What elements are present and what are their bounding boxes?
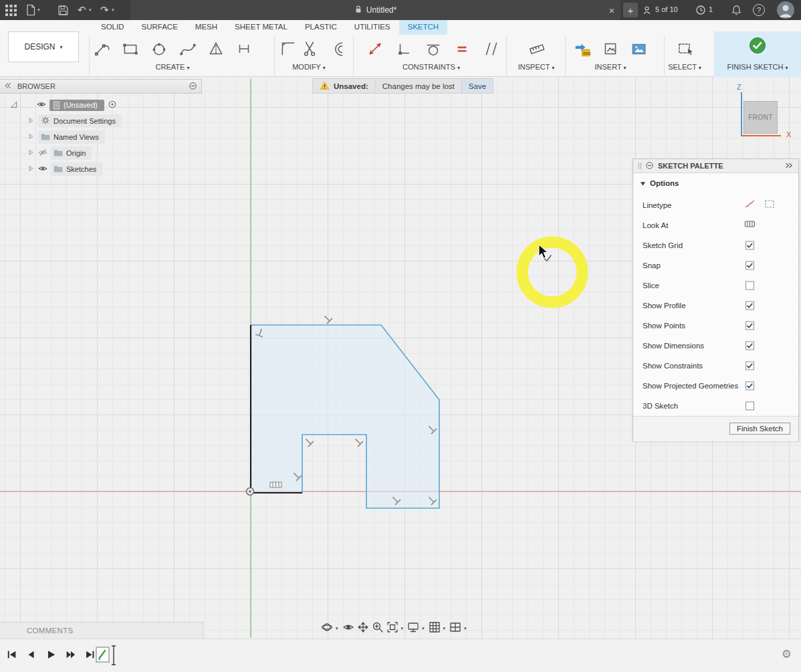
palette-expand-icon[interactable] [784,161,793,171]
viewports-icon[interactable] [449,621,461,636]
timeline-settings-gear-icon[interactable]: ⚙ [782,647,792,661]
tab-solid[interactable]: SOLID [92,20,133,35]
tab-surface[interactable]: SURFACE [133,20,187,35]
fit-view-icon[interactable] [386,621,398,636]
canvas-image-icon[interactable] [630,40,649,59]
grid-snaps-icon[interactable] [429,621,441,636]
sketch-grid-checkbox[interactable] [746,241,754,250]
snap-checkbox[interactable] [746,261,754,270]
show-profile-checkbox[interactable] [746,302,754,310]
tab-sheet-metal[interactable]: SHEET METAL [226,20,296,35]
visibility-off-eye-icon[interactable] [38,148,47,158]
spline-tool-icon[interactable] [179,40,198,59]
finish-sketch-button[interactable]: Finish Sketch [729,423,790,435]
options-section-header[interactable]: Options [640,179,679,187]
chevron-down-icon[interactable]: ▾ [401,626,404,631]
browser-minimize-icon[interactable] [189,82,197,92]
view-cube[interactable]: Z FRONT X [734,82,801,143]
pan-icon[interactable] [357,621,369,636]
3d-sketch-checkbox[interactable] [746,402,754,411]
close-tab-icon[interactable]: × [605,3,618,17]
tangent-constraint-icon[interactable] [425,40,443,59]
play-icon[interactable] [45,649,56,663]
chevron-down-icon[interactable]: ▾ [443,626,446,631]
comments-bar[interactable]: COMMENTS [0,622,203,639]
look-at-icon[interactable] [744,219,756,231]
redo-chevron-icon[interactable]: ▾ [112,3,114,17]
expand-arrow-icon[interactable] [27,148,35,158]
show-points-checkbox[interactable] [746,322,754,330]
zoom-icon[interactable] [372,621,384,636]
redo-icon[interactable]: ↷ [100,3,109,17]
finish-sketch-group[interactable]: FINISH SKETCH ▾ [714,31,801,77]
tab-sketch[interactable]: SKETCH [399,20,448,35]
chevron-down-icon[interactable]: ▾ [464,626,467,631]
orbit-icon[interactable] [321,621,333,636]
browser-row-named-views[interactable]: Named Views [27,130,105,144]
document-tab[interactable]: Untitled* [130,0,620,20]
group-label-inspect[interactable]: INSPECT ▾ [499,63,573,71]
trim-tool-icon[interactable] [301,40,320,59]
timeline-sketch-feature[interactable] [95,643,119,670]
equal-constraint-icon[interactable] [453,40,472,59]
browser-row-document-settings[interactable]: Document Settings [27,114,122,128]
palette-minimize-icon[interactable] [645,161,654,171]
undo-icon[interactable]: ↶ [78,3,86,17]
go-to-start-icon[interactable] [7,649,17,663]
file-menu-icon[interactable] [25,3,36,17]
help-icon[interactable]: ? [753,4,765,16]
show-projected-geometries-checkbox[interactable] [746,382,754,390]
app-grid-icon[interactable] [5,3,17,17]
tab-plastic[interactable]: PLASTIC [296,20,346,35]
select-tool-icon[interactable] [677,40,695,59]
display-settings-icon[interactable] [407,621,419,636]
activate-radio-icon[interactable] [108,100,117,110]
circle-tool-icon[interactable] [150,40,169,59]
construction-line-icon[interactable] [764,199,775,212]
show-constraints-checkbox[interactable] [746,362,754,370]
show-dimensions-checkbox[interactable] [746,342,754,350]
group-label-modify[interactable]: MODIFY ▾ [272,63,346,71]
chevron-down-icon[interactable]: ▾ [336,626,338,631]
undo-chevron-icon[interactable]: ▾ [89,3,92,17]
decal-tool-icon[interactable] [602,40,620,59]
job-status-icon[interactable] [695,3,706,17]
design-workspace-button[interactable]: DESIGN▾ [8,31,79,62]
save-button[interactable]: Save [461,79,493,93]
expand-arrow-icon[interactable] [27,116,35,126]
browser-header[interactable]: BROWSER [0,79,202,94]
active-document-pill[interactable]: (Unsaved) [49,100,104,111]
drag-grip-icon[interactable] [639,162,641,169]
finish-sketch-check-icon[interactable] [749,37,766,54]
collapse-browser-icon[interactable] [4,82,12,91]
avatar[interactable] [777,1,794,19]
visibility-eye-icon[interactable] [37,100,46,110]
view-cube-front-face[interactable]: FRONT [743,101,778,134]
step-forward-icon[interactable] [65,649,76,663]
offset-tool-icon[interactable] [329,40,348,59]
sketch-palette-header[interactable]: SKETCH PALETTE [633,159,798,173]
chevron-down-icon[interactable]: ▾ [422,626,425,631]
step-back-icon[interactable] [26,649,37,663]
browser-row-document[interactable]: (Unsaved) [9,98,117,112]
coincident-constraint-icon[interactable] [396,40,415,59]
group-label-finish-sketch[interactable]: FINISH SKETCH ▾ [714,63,801,71]
expand-arrow-icon[interactable] [27,164,35,174]
measure-tool-icon[interactable] [528,40,547,59]
file-menu-chevron-icon[interactable]: ▾ [37,3,40,17]
insert-svg-icon[interactable]: SVG [574,40,592,59]
save-icon[interactable] [58,3,69,17]
group-label-constraints[interactable]: CONSTRAINTS ▾ [394,63,468,71]
tab-mesh[interactable]: MESH [187,20,226,35]
parallel-constraint-icon[interactable] [483,40,501,59]
slot-tool-icon[interactable] [235,40,254,59]
fillet-tool-icon[interactable] [279,40,298,59]
browser-row-sketches[interactable]: Sketches [27,162,102,177]
expand-arrow-icon[interactable] [27,132,35,142]
look-at-icon[interactable] [342,621,354,636]
go-to-end-icon[interactable] [84,649,95,663]
notification-bell-icon[interactable] [731,3,741,17]
polygon-tool-icon[interactable] [207,40,226,59]
collaboration-icon[interactable] [642,3,652,17]
new-tab-button[interactable]: + [623,3,638,17]
